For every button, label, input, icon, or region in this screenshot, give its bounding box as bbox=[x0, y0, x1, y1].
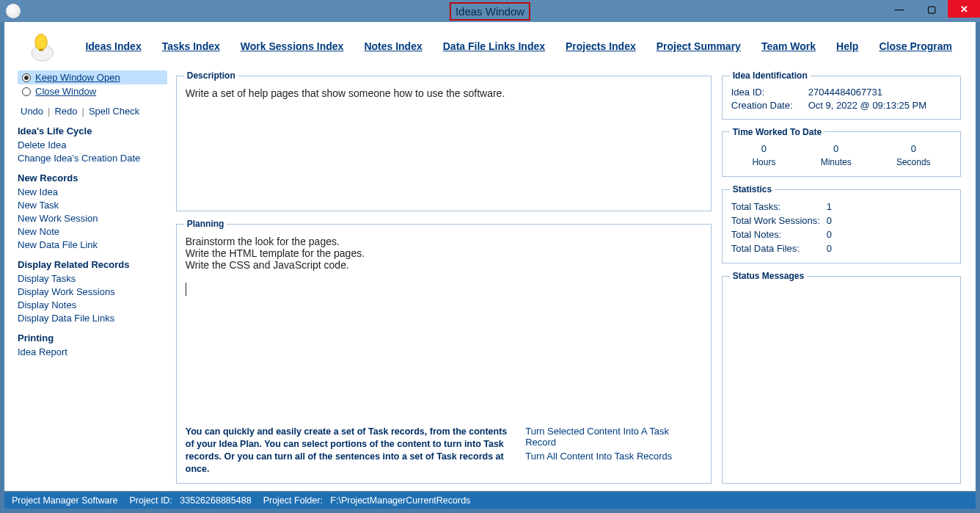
link-idea-report[interactable]: Idea Report bbox=[18, 346, 167, 357]
planning-tip-text: You can quickly and easily create a set … bbox=[186, 426, 508, 476]
link-change-creation-date[interactable]: Change Idea's Creation Date bbox=[18, 153, 167, 164]
radio-dot-icon bbox=[22, 73, 31, 82]
hours-value: 0 bbox=[752, 143, 775, 154]
stat-notes-label: Total Notes: bbox=[731, 229, 827, 240]
status-app-name: Project Manager Software bbox=[12, 495, 118, 506]
seconds-cell: 0 Seconds bbox=[896, 143, 931, 167]
status-bar: Project Manager Software Project ID: 335… bbox=[4, 492, 976, 509]
right-column: Idea Identification Idea ID: 27044484067… bbox=[720, 70, 962, 484]
section-new-records-title: New Records bbox=[18, 172, 167, 183]
separator-icon: | bbox=[46, 106, 51, 117]
time-worked-legend: Time Worked To Date bbox=[730, 127, 824, 137]
menu-project-summary[interactable]: Project Summary bbox=[657, 40, 741, 52]
stat-data-files-value: 0 bbox=[827, 243, 832, 254]
link-new-idea[interactable]: New Idea bbox=[18, 186, 167, 197]
planning-text-content: Brainstorm the look for the pages. Write… bbox=[186, 236, 365, 271]
status-messages-legend: Status Messages bbox=[730, 271, 807, 281]
idea-identification-fieldset: Idea Identification Idea ID: 27044484067… bbox=[722, 70, 961, 120]
link-new-task[interactable]: New Task bbox=[18, 200, 167, 211]
close-button[interactable]: ✕ bbox=[948, 0, 980, 18]
menu-work-sessions-index[interactable]: Work Sessions Index bbox=[241, 40, 344, 52]
link-new-work-session[interactable]: New Work Session bbox=[18, 213, 167, 224]
stat-work-sessions-label: Total Work Sessions: bbox=[731, 215, 827, 226]
link-display-work-sessions[interactable]: Display Work Sessions bbox=[18, 286, 167, 297]
minutes-value: 0 bbox=[821, 143, 852, 154]
app-icon bbox=[6, 4, 21, 18]
link-display-notes[interactable]: Display Notes bbox=[18, 299, 167, 310]
spell-check-button[interactable]: Spell Check bbox=[86, 106, 142, 117]
status-project-folder-value: F:\ProjectManagerCurrentRecords bbox=[330, 495, 470, 506]
description-legend: Description bbox=[184, 70, 238, 81]
stat-tasks-value: 1 bbox=[827, 201, 832, 212]
radio-keep-open-label: Keep Window Open bbox=[35, 72, 120, 83]
menu-close-program[interactable]: Close Program bbox=[879, 40, 952, 52]
planning-legend: Planning bbox=[184, 219, 227, 229]
status-project-id-value: 33526268885488 bbox=[180, 495, 251, 506]
stat-notes-value: 0 bbox=[827, 229, 832, 240]
seconds-label: Seconds bbox=[896, 157, 931, 167]
stat-tasks-label: Total Tasks: bbox=[731, 201, 827, 212]
section-lifecycle-title: Idea's Life Cycle bbox=[18, 125, 167, 137]
window-title: Ideas Window bbox=[450, 2, 530, 21]
menu-data-file-links-index[interactable]: Data File Links Index bbox=[443, 40, 545, 52]
description-fieldset: Description Write a set of help pages th… bbox=[176, 70, 712, 211]
undo-button[interactable]: Undo bbox=[18, 106, 46, 117]
status-project-folder-label: Project Folder: bbox=[263, 495, 323, 506]
time-worked-fieldset: Time Worked To Date 0 Hours 0 Minutes 0 … bbox=[722, 127, 961, 178]
link-display-data-file-links[interactable]: Display Data File Links bbox=[18, 313, 167, 324]
statistics-legend: Statistics bbox=[730, 184, 775, 194]
idea-id-value: 27044484067731 bbox=[808, 87, 882, 98]
planning-fieldset: Planning Brainstorm the look for the pag… bbox=[176, 219, 712, 484]
app-outer: Ideas Index Tasks Index Work Sessions In… bbox=[4, 22, 976, 491]
idea-id-label: Idea ID: bbox=[731, 87, 801, 98]
radio-keep-window-open[interactable]: Keep Window Open bbox=[18, 70, 167, 84]
creation-date-label: Creation Date: bbox=[731, 100, 801, 111]
main-menubar: Ideas Index Tasks Index Work Sessions In… bbox=[4, 22, 976, 70]
left-sidebar: Keep Window Open Close Window Undo | Red… bbox=[18, 70, 167, 484]
menu-tasks-index[interactable]: Tasks Index bbox=[162, 40, 220, 52]
window-titlebar: Ideas Window — ▢ ✕ bbox=[0, 0, 980, 22]
section-printing-title: Printing bbox=[18, 332, 167, 343]
link-display-tasks[interactable]: Display Tasks bbox=[18, 273, 167, 284]
idea-identification-legend: Idea Identification bbox=[730, 70, 811, 81]
hours-label: Hours bbox=[752, 157, 775, 167]
menu-help[interactable]: Help bbox=[836, 40, 858, 52]
status-project-id-label: Project ID: bbox=[130, 495, 172, 506]
center-column: Description Write a set of help pages th… bbox=[175, 70, 713, 484]
planning-text[interactable]: Brainstorm the look for the pages. Write… bbox=[184, 233, 704, 423]
maximize-button[interactable]: ▢ bbox=[915, 0, 948, 18]
link-delete-idea[interactable]: Delete Idea bbox=[18, 139, 167, 150]
section-display-related-title: Display Related Records bbox=[18, 259, 167, 270]
menu-team-work[interactable]: Team Work bbox=[761, 40, 816, 52]
radio-close-label: Close Window bbox=[35, 86, 96, 97]
link-turn-all-into-tasks[interactable]: Turn All Content Into Task Records bbox=[525, 451, 702, 462]
link-new-data-file-link[interactable]: New Data File Link bbox=[18, 239, 167, 250]
svg-rect-2 bbox=[39, 49, 43, 51]
minutes-cell: 0 Minutes bbox=[821, 143, 852, 167]
radio-close-window[interactable]: Close Window bbox=[18, 84, 167, 98]
status-messages-fieldset: Status Messages bbox=[722, 271, 961, 484]
text-caret-icon bbox=[186, 283, 186, 296]
separator-icon: | bbox=[81, 106, 86, 117]
link-turn-selected-into-task[interactable]: Turn Selected Content Into A Task Record bbox=[525, 426, 702, 448]
menu-notes-index[interactable]: Notes Index bbox=[364, 40, 422, 52]
svg-point-1 bbox=[35, 34, 48, 51]
creation-date-value: Oct 9, 2022 @ 09:13:25 PM bbox=[808, 100, 926, 111]
stat-data-files-label: Total Data Files: bbox=[731, 243, 827, 254]
link-new-note[interactable]: New Note bbox=[18, 226, 167, 237]
redo-button[interactable]: Redo bbox=[51, 106, 80, 117]
logo-icon bbox=[25, 29, 57, 64]
minimize-button[interactable]: — bbox=[883, 0, 915, 18]
menu-ideas-index[interactable]: Ideas Index bbox=[85, 40, 141, 52]
menu-projects-index[interactable]: Projects Index bbox=[566, 40, 636, 52]
stat-work-sessions-value: 0 bbox=[827, 215, 832, 226]
hours-cell: 0 Hours bbox=[752, 143, 775, 167]
statistics-fieldset: Statistics Total Tasks: 1 Total Work Ses… bbox=[722, 184, 961, 263]
radio-empty-icon bbox=[22, 87, 31, 96]
minutes-label: Minutes bbox=[821, 157, 852, 167]
description-text[interactable]: Write a set of help pages that show some… bbox=[184, 84, 704, 102]
seconds-value: 0 bbox=[896, 143, 931, 154]
